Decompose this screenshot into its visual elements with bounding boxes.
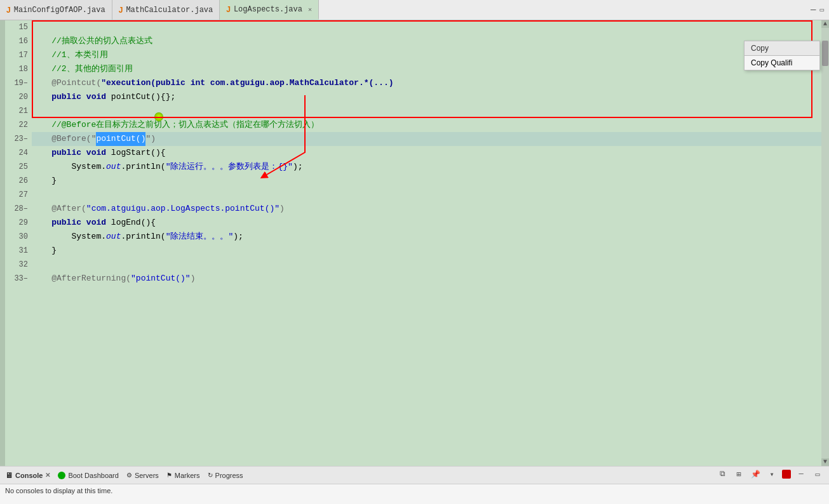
line-num-15: 15 (5, 20, 28, 34)
red-circle-icon (782, 470, 791, 479)
tab-markers[interactable]: ⚑ Markers (166, 472, 200, 479)
console-label: Console (15, 472, 43, 479)
scroll-up-icon[interactable]: ▲ (821, 20, 829, 28)
code-line-28: @After("com.atguigu.aop.LogAspects.point… (32, 202, 821, 216)
code-line-32 (32, 258, 821, 272)
code-line-20: public void pointCut(){}; (32, 90, 821, 104)
maximize-bottom-icon[interactable]: ▭ (811, 468, 824, 481)
code-line-27 (32, 188, 821, 202)
console-status-text: No consoles to display at this time. (5, 487, 112, 494)
copy-dropdown: Copy Copy Qualifi (744, 41, 820, 70)
line-num-32: 32 (5, 258, 28, 272)
tab-label: LogAspects.java (234, 5, 302, 14)
maximize-icon[interactable]: ▭ (819, 6, 824, 14)
code-line-21 (32, 104, 821, 118)
line-num-25: 25 (5, 160, 28, 174)
minimize-icon[interactable]: ─ (811, 5, 816, 15)
servers-icon: ⚙ (126, 472, 132, 479)
code-line-26: } (32, 174, 821, 188)
console-close-icon[interactable]: ✕ (45, 472, 50, 479)
tab-console[interactable]: 🖥 Console ✕ (5, 471, 50, 480)
code-line-18: //2、其他的切面引用 (32, 62, 821, 76)
tab-main-config[interactable]: J MainConfigOfAOP.java (0, 0, 112, 20)
tab-servers[interactable]: ⚙ Servers (126, 472, 159, 479)
vertical-scrollbar[interactable]: ▲ ▼ (821, 20, 829, 466)
bottom-tabs: 🖥 Console ✕ Boot Dashboard ⚙ Servers ⚑ M… (0, 467, 829, 484)
minimize-bottom-icon[interactable]: ─ (795, 468, 807, 481)
line-num-19: 19– (5, 76, 28, 90)
code-line-23: @Before("pointCut()") (32, 132, 821, 146)
code-line-17: //1、本类引用 (32, 48, 821, 62)
progress-icon: ↻ (208, 472, 213, 479)
new-console-icon[interactable]: ⧉ (716, 468, 729, 481)
java-file-icon: J (6, 6, 11, 15)
line-num-24: 24 (5, 146, 28, 160)
scroll-down-icon[interactable]: ▼ (821, 458, 829, 466)
tab-log-aspects[interactable]: J LogAspects.java ✕ (220, 0, 319, 20)
code-line-25: System.out.println("除法运行。。。参数列表是：{}"); (32, 160, 821, 174)
bottom-panel: 🖥 Console ✕ Boot Dashboard ⚙ Servers ⚑ M… (0, 466, 829, 504)
bottom-status: No consoles to display at this time. (0, 484, 829, 497)
line-num-31: 31 (5, 244, 28, 258)
bottom-toolbar: ⧉ ⊞ 📌 ▾ ─ ▭ (716, 468, 824, 481)
console-icon: 🖥 (5, 471, 13, 480)
code-line-31: } (32, 244, 821, 258)
code-line-19: @Pointcut("execution(public int com.atgu… (32, 76, 821, 90)
line-num-22: 22 (5, 118, 28, 132)
view-menu-icon[interactable]: ▾ (765, 468, 778, 481)
pin-icon[interactable]: 📌 (749, 468, 762, 481)
line-num-21: 21 (5, 104, 28, 118)
code-line-15 (32, 20, 821, 34)
line-num-30: 30 (5, 230, 28, 244)
boot-dashboard-label: Boot Dashboard (68, 472, 119, 479)
scroll-track[interactable] (821, 28, 829, 458)
tab-label: MainConfigOfAOP.java (14, 6, 105, 15)
line-num-18: 18 (5, 62, 28, 76)
markers-icon: ⚑ (166, 472, 172, 479)
line-num-26: 26 (5, 174, 28, 188)
scroll-thumb[interactable] (822, 41, 828, 66)
line-num-20: 20 (5, 90, 28, 104)
code-content[interactable]: //抽取公共的切入点表达式 //1、本类引用 //2、其他的切面引用 @Poin… (32, 20, 821, 466)
java-file-icon: J (226, 5, 231, 14)
code-line-33: @AfterReturning("pointCut()") (32, 272, 821, 286)
gutter-left (0, 20, 5, 466)
cursor-indicator (154, 112, 163, 121)
editor-area: 15 16 17 18 19– 20 21 22 23– 24 25 26 27… (0, 20, 829, 466)
layout-icon[interactable]: ⊞ (732, 468, 745, 481)
line-numbers: 15 16 17 18 19– 20 21 22 23– 24 25 26 27… (5, 20, 32, 466)
line-num-33: 33– (5, 272, 28, 286)
line-num-17: 17 (5, 48, 28, 62)
boot-icon (58, 472, 65, 479)
line-num-27: 27 (5, 188, 28, 202)
tab-boot-dashboard[interactable]: Boot Dashboard (58, 472, 119, 479)
java-file-icon: J (119, 6, 123, 15)
tab-bar: J MainConfigOfAOP.java J MathCalculator.… (0, 0, 829, 20)
code-line-24: public void logStart(){ (32, 146, 821, 160)
servers-label: Servers (135, 472, 159, 479)
line-num-16: 16 (5, 34, 28, 48)
code-line-22: //@Before在目标方法之前切入；切入点表达式（指定在哪个方法切入） (32, 118, 821, 132)
line-num-29: 29 (5, 216, 28, 230)
copy-dropdown-header: Copy (745, 41, 819, 56)
line-num-23: 23– (5, 132, 28, 146)
tab-label: MathCalculator.java (126, 6, 213, 15)
tab-close-icon[interactable]: ✕ (308, 6, 312, 13)
code-line-29: public void logEnd(){ (32, 216, 821, 230)
tab-progress[interactable]: ↻ Progress (208, 472, 243, 479)
markers-label: Markers (175, 472, 200, 479)
line-num-28: 28– (5, 202, 28, 216)
tab-math-calculator[interactable]: J MathCalculator.java (112, 0, 220, 20)
code-line-30: System.out.println("除法结束。。。"); (32, 230, 821, 244)
copy-qualifi-item[interactable]: Copy Qualifi (745, 56, 819, 70)
progress-label: Progress (215, 472, 243, 479)
code-line-16: //抽取公共的切入点表达式 (32, 34, 821, 48)
